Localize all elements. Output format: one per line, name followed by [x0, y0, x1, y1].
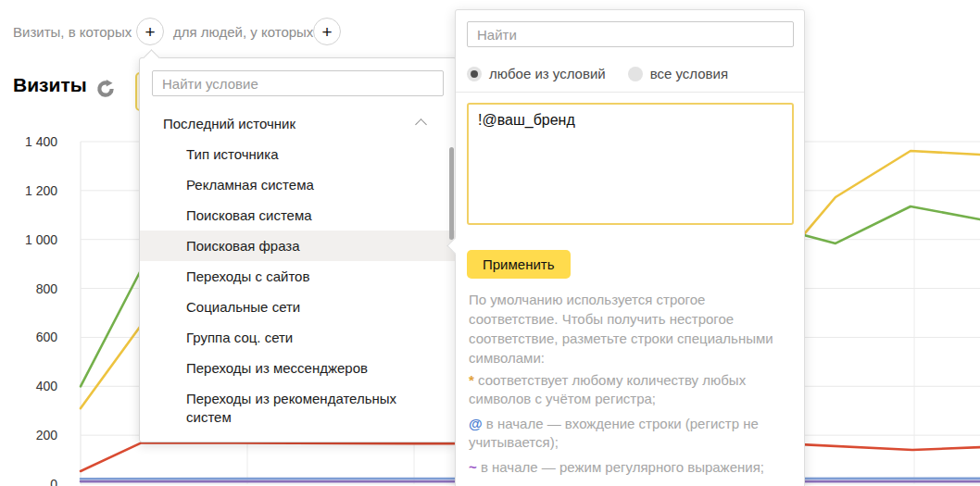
- dropdown-item-messenger-referrals[interactable]: Переходы из мессенджеров: [140, 353, 456, 383]
- yandex-metrica-segment-screen: { "header": { "visits_label": "Визиты, в…: [0, 0, 980, 486]
- rule-tilde: ~ в начале — режим регулярного выражения…: [469, 458, 791, 477]
- dropdown-scrollbar[interactable]: [449, 147, 454, 240]
- dropdown-item-site-referrals[interactable]: Переходы с сайтов: [140, 261, 456, 292]
- y-tick-label: 200: [36, 428, 58, 442]
- symbol-rules: * соответствует любому количеству любых …: [469, 371, 791, 486]
- y-tick-label: 1 000: [25, 232, 57, 247]
- page-title: Визиты: [13, 74, 87, 96]
- dropdown-item-source-type[interactable]: Тип источника: [140, 139, 456, 169]
- dropdown-item-recommendation-referrals[interactable]: Переходы из рекомендательных систем: [140, 383, 456, 433]
- condition-dropdown: Последний источник Тип источника Рекламн…: [139, 57, 457, 442]
- apply-button[interactable]: Применить: [467, 250, 571, 279]
- radio-all-label[interactable]: все условия: [650, 66, 728, 81]
- y-tick-label: 400: [36, 379, 58, 393]
- asterisk-symbol: *: [469, 372, 474, 388]
- dropdown-item-search-phrase[interactable]: Поисковая фраза: [140, 231, 456, 261]
- add-visit-condition-button[interactable]: +: [136, 18, 164, 45]
- dropdown-item-last-source[interactable]: Последний источник: [140, 108, 456, 139]
- at-symbol: @: [469, 416, 483, 431]
- editor-divider: [456, 92, 804, 93]
- dropdown-item-social-networks[interactable]: Социальные сети: [140, 292, 456, 322]
- y-tick-label: 1 200: [25, 183, 57, 198]
- matching-hint: По умолчанию используется строгое соотве…: [469, 290, 789, 368]
- tilde-symbol: ~: [469, 459, 477, 475]
- radio-any-label[interactable]: любое из условий: [489, 66, 606, 81]
- dropdown-item-search-engine[interactable]: Поисковая система: [140, 200, 456, 231]
- condition-list: Последний источник Тип источника Рекламн…: [140, 108, 456, 433]
- rule-asterisk: * соответствует любому количеству любых …: [469, 371, 791, 408]
- dropdown-item-social-group[interactable]: Группа соц. сети: [140, 322, 456, 353]
- radio-any-condition[interactable]: [467, 67, 482, 81]
- y-tick-label: 800: [36, 281, 58, 296]
- condition-value-editor: любое из условий все условия !@ваш_бренд…: [455, 9, 805, 486]
- radio-all-conditions[interactable]: [628, 67, 643, 81]
- refresh-icon[interactable]: [96, 80, 115, 98]
- condition-value-textarea[interactable]: !@ваш_бренд: [467, 103, 794, 225]
- rule-at: @ в начале — вхождение строки (регистр н…: [469, 415, 791, 452]
- visits-condition-label: Визиты, в которых: [13, 24, 132, 40]
- value-search-input[interactable]: [467, 21, 794, 47]
- plus-icon: +: [321, 23, 332, 41]
- match-mode-radios: любое из условий все условия: [467, 66, 750, 81]
- y-tick-label: 0: [50, 477, 57, 486]
- plus-icon: +: [144, 23, 155, 41]
- dropdown-item-ad-system[interactable]: Рекламная система: [140, 169, 456, 200]
- add-people-condition-button[interactable]: +: [313, 18, 341, 45]
- condition-search-input[interactable]: [152, 70, 444, 96]
- chevron-up-icon: [415, 118, 427, 131]
- y-tick-label: 1 400: [25, 134, 57, 149]
- y-tick-label: 600: [36, 330, 58, 344]
- people-condition-label: для людей, у которых: [173, 24, 313, 40]
